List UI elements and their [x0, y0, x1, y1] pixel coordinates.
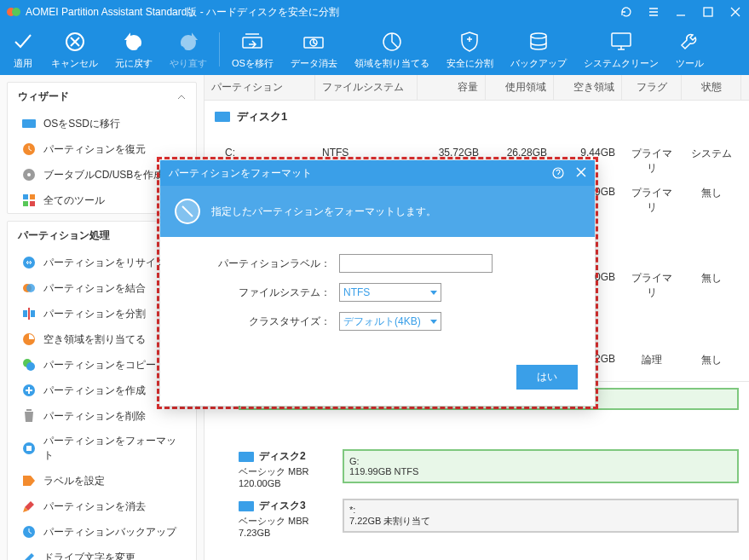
svg-point-13 — [27, 173, 31, 176]
copy-icon — [21, 357, 37, 372]
sidebar-item-restore[interactable]: パーティションを復元 — [8, 136, 196, 162]
check-icon — [12, 30, 34, 54]
disk-icon — [215, 112, 230, 122]
restore-icon — [21, 141, 37, 157]
svg-rect-15 — [30, 194, 35, 199]
sidebar-item-format[interactable]: パーティションをフォーマット — [8, 429, 196, 468]
redo-icon — [177, 30, 199, 54]
undo-icon — [123, 30, 145, 54]
merge-icon — [21, 280, 37, 296]
sidebar-item-label[interactable]: ラベルを設定 — [8, 468, 196, 494]
svg-rect-2 — [704, 8, 712, 16]
dialog-titlebar: パーティションをフォーマット — [160, 160, 595, 186]
shield-icon — [459, 30, 480, 54]
window-title: AOMEI Partition Assistant Standard版 - ハー… — [26, 5, 619, 20]
disk-icon — [239, 452, 254, 462]
svg-rect-10 — [22, 119, 36, 128]
sidebar-item-backup[interactable]: パーティションバックアップ — [8, 519, 196, 545]
sidebar-item-letter[interactable]: ドライブ文字を変更 — [8, 545, 196, 560]
close-icon[interactable] — [576, 167, 586, 179]
wizard-header[interactable]: ウィザード — [8, 83, 196, 111]
apply-button[interactable]: 適用 — [3, 26, 43, 73]
label-icon — [21, 473, 37, 488]
cluster-label: クラスタサイズ： — [186, 315, 339, 329]
format-dialog: パーティションをフォーマット 指定したパーティションをフォーマットします。 パー… — [160, 160, 595, 406]
tools-button[interactable]: ツール — [667, 26, 712, 73]
cancel-button[interactable]: キャンセル — [43, 26, 107, 73]
disk3-info: ディスク3 ベーシック MBR 7.23GB — [239, 499, 332, 538]
grid-icon — [21, 193, 37, 208]
migrate-icon — [240, 30, 264, 54]
pie-icon — [381, 30, 403, 54]
chevron-down-icon — [430, 291, 437, 295]
svg-point-1 — [12, 8, 20, 16]
svg-point-25 — [26, 362, 35, 371]
disk3-usage-bar[interactable]: *: 7.22GB 未割り当て — [343, 499, 739, 533]
svg-point-8 — [531, 33, 546, 38]
svg-rect-29 — [26, 446, 32, 451]
disk1-header[interactable]: ディスク1 — [205, 104, 749, 130]
create-icon — [21, 383, 37, 398]
disk-icon — [239, 501, 254, 511]
pencil-icon — [21, 550, 37, 560]
chevron-up-icon — [177, 95, 186, 100]
svg-rect-21 — [23, 310, 27, 317]
app-logo-icon — [7, 5, 20, 19]
sidebar-item-migrate-os[interactable]: OSをSSDに移行 — [8, 111, 196, 136]
table-header: パーティション ファイルシステム 容量 使用領域 空き領域 フラグ 状態 — [205, 75, 749, 101]
sidebar-item-delete[interactable]: パーティションを削除 — [8, 403, 196, 429]
dialog-banner: 指定したパーティションをフォーマットします。 — [160, 186, 595, 237]
chevron-down-icon — [430, 320, 437, 324]
toolbar: 適用 キャンセル 元に戻す やり直す OSを移行 データ消去 領域を割り当てる … — [0, 24, 749, 75]
backup-button[interactable]: バックアップ — [502, 26, 575, 73]
menu-icon[interactable] — [647, 5, 660, 19]
clock-icon — [21, 524, 37, 540]
monitor-icon — [609, 30, 633, 54]
undo-button[interactable]: 元に戻す — [107, 26, 161, 73]
close-icon[interactable] — [729, 5, 742, 19]
cancel-icon — [64, 30, 86, 54]
partition-label-label: パーティションラベル： — [186, 257, 339, 271]
refresh-icon[interactable] — [619, 5, 633, 19]
svg-point-20 — [26, 284, 35, 292]
svg-rect-14 — [23, 194, 28, 199]
broom-icon — [21, 499, 37, 514]
allocate-icon — [21, 332, 37, 347]
cluster-select[interactable]: デフォルト(4KB) — [339, 312, 441, 331]
allocate-button[interactable]: 領域を割り当てる — [346, 26, 438, 73]
maximize-icon[interactable] — [701, 5, 715, 19]
minimize-icon[interactable] — [674, 5, 688, 19]
svg-rect-9 — [612, 33, 631, 46]
disk2-info: ディスク2 ベーシック MBR 120.00GB — [239, 449, 332, 488]
svg-rect-17 — [30, 201, 35, 206]
filesystem-label: ファイルシステム： — [186, 286, 339, 300]
svg-rect-4 — [243, 38, 262, 48]
clean-button[interactable]: システムクリーン — [575, 26, 667, 73]
disk2-usage-bar[interactable]: G: 119.99GB NTFS — [343, 449, 739, 483]
format-banner-icon — [174, 198, 201, 225]
svg-rect-22 — [31, 310, 35, 317]
titlebar: AOMEI Partition Assistant Standard版 - ハー… — [0, 0, 749, 24]
trash-icon — [21, 408, 37, 424]
erase-icon — [302, 30, 326, 54]
cd-icon — [21, 167, 37, 182]
erase-button[interactable]: データ消去 — [282, 26, 346, 73]
filesystem-select[interactable]: NTFS — [339, 283, 441, 302]
partition-label-input[interactable] — [339, 254, 493, 273]
disk-icon — [21, 116, 37, 131]
wrench-icon — [679, 30, 700, 54]
redo-button: やり直す — [161, 26, 216, 73]
migrate-button[interactable]: OSを移行 — [223, 26, 282, 73]
sidebar-item-wipe[interactable]: パーティションを消去 — [8, 494, 196, 519]
safesplit-button[interactable]: 安全に分割 — [438, 26, 502, 73]
ok-button[interactable]: はい — [516, 365, 578, 390]
svg-rect-16 — [23, 201, 28, 206]
svg-rect-27 — [26, 409, 32, 411]
split-icon — [21, 306, 37, 321]
resize-icon — [21, 255, 37, 270]
help-icon[interactable] — [552, 167, 564, 179]
backup-icon — [527, 30, 550, 54]
format-icon — [21, 441, 37, 456]
